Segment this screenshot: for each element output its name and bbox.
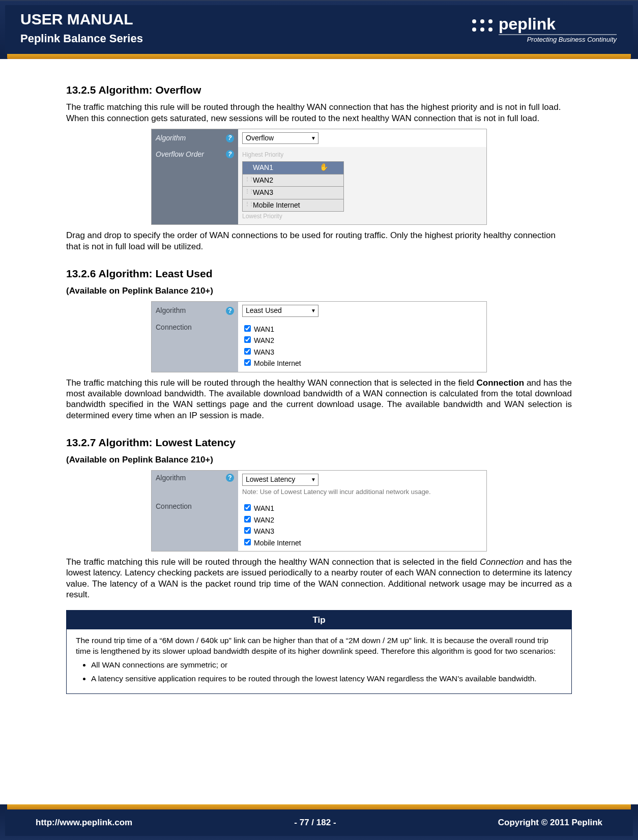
tip-bullet-2: A latency sensitive application requires… [91,674,562,684]
cfg-algorithm-body: Least Used ▼ [238,302,486,320]
overflow-item-label: WAN3 [253,188,273,196]
heading-leastused: 13.2.6 Algorithm: Least Used [66,267,572,280]
algorithm-select-value: Lowest Latency [246,475,295,483]
brand-tagline: Protecting Business Continuity [527,36,618,43]
overflow-item-wan2[interactable]: ⋮⋮ WAN2 [242,174,344,187]
grip-icon: ⋮⋮ [245,163,253,170]
cfg-label-connection-text: Connection [156,323,192,332]
check-label: WAN3 [254,348,274,356]
help-icon[interactable]: ? [226,150,234,158]
lowest-priority-label: Lowest Priority [242,212,482,221]
avail-lowestlatency: (Available on Peplink Balance 210+) [66,454,572,465]
content: 13.2.5 Algorithm: Overflow The traffic m… [0,59,638,709]
check-label: WAN2 [254,336,274,344]
check-wan2[interactable]: WAN2 [242,514,482,526]
checkbox[interactable] [244,348,251,355]
cfg-label-algorithm-text: Algorithm [156,306,186,315]
grip-icon: ⋮⋮ [245,176,253,183]
check-mobile[interactable]: Mobile Internet [242,357,482,369]
tip-box: Tip The round trip time of a “6M down / … [66,610,572,694]
text-bold-connection: Connection [477,378,525,388]
tip-body: The round trip time of a “6M down / 640k… [67,629,571,693]
para-leastused: The traffic matching this rule will be r… [66,378,572,421]
tip-header: Tip [67,611,571,629]
checkbox[interactable] [244,336,251,343]
check-wan3[interactable]: WAN3 [242,525,482,537]
svg-point-0 [472,19,476,23]
footer-bar: http://www.peplink.com - 77 / 182 - Copy… [5,809,633,836]
svg-point-4 [480,27,484,32]
gold-strip-top [7,54,631,59]
overflow-item-label: WAN2 [253,176,273,184]
overflow-order-list: ⋮⋮ WAN1 ✋ ⋮⋮ WAN2 ⋮⋮ WAN3 [242,162,344,212]
avail-leastused: (Available on Peplink Balance 210+) [66,285,572,296]
algorithm-select-value: Least Used [246,306,282,314]
checkbox[interactable] [244,527,251,534]
checkbox[interactable] [244,504,251,511]
tip-list: All WAN connections are symmetric; or A … [91,660,562,684]
help-icon[interactable]: ? [226,307,234,315]
check-label: WAN1 [254,504,274,512]
header-left: USER MANUAL Peplink Balance Series [20,11,143,45]
cfg-label-connection: Connection [152,499,238,551]
check-wan1[interactable]: WAN1 [242,502,482,514]
check-wan1[interactable]: WAN1 [242,323,482,335]
footer-page: - 77 / 182 - [294,818,336,828]
heading-overflow: 13.2.5 Algorithm: Overflow [66,83,572,97]
cfg-overflow-order-body: Highest Priority ⋮⋮ WAN1 ✋ ⋮⋮ WAN2 ⋮⋮ [238,147,486,224]
overflow-item-mobile[interactable]: ⋮⋮ Mobile Internet [242,199,344,212]
footer-copyright: Copyright © 2011 Peplink [498,818,602,828]
cfg-overflow: Algorithm ? Overflow ▼ Overflow Order ? … [151,129,487,225]
help-icon[interactable]: ? [226,134,234,142]
svg-point-3 [472,27,476,32]
overflow-item-wan1[interactable]: ⋮⋮ WAN1 ✋ [242,161,344,175]
cfg-label-algorithm: Algorithm ? [152,471,238,499]
brand-logo: peplink Protecting Business Continuity [465,10,618,46]
algorithm-note: Note: Use of Lowest Latency will incur a… [242,488,482,496]
check-wan3[interactable]: WAN3 [242,346,482,358]
hand-cursor-icon: ✋ [320,163,328,172]
cfg-label-algorithm: Algorithm ? [152,302,238,320]
overflow-item-label: WAN1 [253,163,273,171]
cfg-label-overflow-order-text: Overflow Order [156,150,204,159]
checkbox[interactable] [244,539,251,545]
grip-icon: ⋮⋮ [245,201,253,208]
cfg-connection-body: WAN1 WAN2 WAN3 Mobile Internet [238,320,486,372]
cfg-label-algorithm: Algorithm ? [152,129,238,148]
text-italic-connection: Connection [480,557,524,567]
doc-subtitle: Peplink Balance Series [20,32,143,45]
check-label: Mobile Internet [254,359,301,367]
page: USER MANUAL Peplink Balance Series pepli… [0,0,638,840]
overflow-item-label: Mobile Internet [253,201,300,209]
checkbox[interactable] [244,359,251,366]
para-lowestlatency: The traffic matching this rule will be r… [66,557,572,600]
para-overflow-1: The traffic matching this rule will be r… [66,102,572,124]
check-label: WAN1 [254,325,274,333]
grip-icon: ⋮⋮ [245,188,253,195]
algorithm-select-value: Overflow [246,134,274,142]
footer-wrap: http://www.peplink.com - 77 / 182 - Copy… [0,804,638,840]
check-mobile[interactable]: Mobile Internet [242,537,482,548]
cfg-leastused: Algorithm ? Least Used ▼ Connection WAN1… [151,301,487,372]
checkbox[interactable] [244,325,251,332]
brand-name: peplink [499,15,556,33]
check-wan2[interactable]: WAN2 [242,334,482,346]
tip-text: The round trip time of a “6M down / 640k… [76,635,562,657]
tip-bullet-1: All WAN connections are symmetric; or [91,660,562,671]
peplink-logo-icon: peplink Protecting Business Continuity [465,10,618,46]
checkbox[interactable] [244,516,251,523]
cfg-algorithm-body: Lowest Latency ▼ Note: Use of Lowest Lat… [238,471,486,499]
overflow-item-wan3[interactable]: ⋮⋮ WAN3 [242,186,344,199]
cfg-label-overflow-order: Overflow Order ? [152,147,238,224]
algorithm-select[interactable]: Overflow ▼ [242,132,318,144]
cfg-label-algorithm-text: Algorithm [156,134,186,143]
help-icon[interactable]: ? [226,474,234,482]
header-bar: USER MANUAL Peplink Balance Series pepli… [5,5,633,54]
text: The traffic matching this rule will be r… [66,378,477,388]
heading-lowestlatency: 13.2.7 Algorithm: Lowest Latency [66,436,572,449]
doc-title: USER MANUAL [20,11,143,28]
algorithm-select[interactable]: Least Used ▼ [242,305,318,317]
algorithm-select[interactable]: Lowest Latency ▼ [242,474,318,486]
cfg-connection-body: WAN1 WAN2 WAN3 Mobile Internet [238,499,486,551]
gold-strip-bottom [7,804,631,809]
